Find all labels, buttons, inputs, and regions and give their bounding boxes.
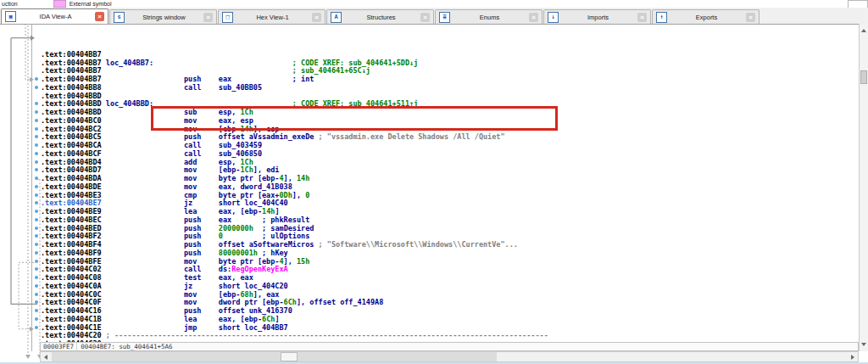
tab-close-icon[interactable]: × [95, 12, 104, 21]
tab-close-icon[interactable]: × [746, 13, 755, 22]
tab-label: Imports [559, 14, 637, 21]
scroll-right-icon[interactable] [848, 352, 858, 361]
status-file-offset: 00003FE7 [41, 343, 77, 350]
disassembly-view[interactable]: .text:00404BB7.text:00404BB7 loc_404BB7:… [0, 24, 859, 343]
tab-ida-view-a[interactable]: ▣IDA View-A× [1, 8, 108, 24]
disasm-line[interactable]: .text:00404BBD [0, 92, 859, 100]
external-symbol-swatch [53, 0, 66, 8]
color-legend-bar: uction External symbol [0, 0, 868, 8]
tab-structures[interactable]: AStructures× [326, 9, 434, 24]
horizontal-scrollbar-thumb[interactable] [281, 352, 298, 361]
disasm-line[interactable]: .text:00404BDA mov byte ptr [ebp-4], 14h [0, 174, 859, 182]
tab-imports[interactable]: ↓Imports× [543, 9, 651, 24]
disasm-line[interactable]: .text:00404C20 ; -----------------------… [0, 332, 859, 340]
tab-close-icon[interactable]: × [529, 13, 538, 22]
vertical-scrollbar-thumb[interactable] [860, 70, 867, 84]
tab-label: Hex View-1 [233, 14, 312, 21]
status-bar: 00003FE7 00404BE7: sub_404641+5A6 [40, 342, 859, 351]
scroll-left-icon[interactable] [41, 352, 51, 361]
disasm-line[interactable]: .text:00404C02 call ds:RegOpenKeyExA [0, 266, 859, 274]
tab-label: Structures [342, 14, 420, 21]
tab-exports[interactable]: ↑Exports× [652, 9, 760, 24]
legend-external-symbol-label: External symbol [70, 1, 112, 7]
tab-bar: ▣IDA View-A×sStrings window×□Hex View-1×… [0, 8, 868, 25]
disasm-line[interactable]: .text:00404BD4 add esp, 1Ch [0, 158, 859, 166]
disasm-line[interactable]: .text:00404C08 test eax, eax [0, 273, 859, 282]
tab-close-icon[interactable]: × [420, 13, 430, 22]
disasm-line[interactable]: .text:00404BB7 [0, 50, 859, 59]
status-current-address: 00404BE7: sub_404641+5A6 [77, 343, 175, 350]
disasm-line[interactable]: .text:00404C1B lea eax, [ebp-6Ch] [0, 315, 859, 323]
tab-label: IDA View-A [16, 13, 95, 20]
disasm-line[interactable]: .text:00404BDE mov eax, dword_41B038 [0, 182, 859, 191]
jump-arrows-gutter [0, 24, 42, 362]
vertical-scrollbar[interactable] [859, 24, 868, 351]
disasm-line[interactable]: .text:00404BF9 push 80000001h ; hKey [0, 249, 859, 257]
disasm-line[interactable]: .text:00404BCA call sub_403459 [0, 141, 859, 149]
disasm-line[interactable]: .text:00404BE3 cmp byte ptr [eax+0Dh], 0 [0, 191, 859, 199]
structures-icon: A [331, 12, 342, 23]
disasm-line[interactable]: .text:00404BB7 push eax ; int [0, 75, 859, 83]
disasm-line[interactable]: .text:00404BFE mov byte ptr [ebp-4], 15h [0, 257, 859, 266]
tab-label: Strings window [125, 14, 203, 21]
scroll-down-icon[interactable] [860, 339, 868, 350]
disasm-line[interactable]: .text:00404C0F mov dword ptr [ebp-6Ch], … [0, 299, 859, 307]
ida-view-a-icon: ▣ [5, 11, 16, 22]
highlight-annotation-box [151, 106, 558, 131]
scroll-up-icon[interactable] [860, 25, 868, 36]
disasm-line[interactable]: .text:00404BED push 2000000h ; samDesire… [0, 224, 859, 232]
disasm-line[interactable]: .text:00404C16 push offset unk_416370 [0, 306, 859, 315]
tab-hex-view-1[interactable]: □Hex View-1× [218, 9, 326, 24]
disassembly-code: .text:00404BB7.text:00404BB7 loc_404BB7:… [0, 50, 859, 343]
tab-strings-window[interactable]: sStrings window× [109, 9, 217, 24]
strings-window-icon: s [114, 12, 125, 23]
tab-label: Exports [667, 14, 746, 21]
disasm-line[interactable]: .text:00404BB8 call sub_40BB05 [0, 83, 859, 92]
horizontal-scrollbar-band [52, 352, 497, 361]
disasm-line[interactable]: .text:00404C1E jmp short loc_404BB7 [0, 323, 859, 332]
imports-icon: ↓ [548, 12, 559, 23]
disasm-line[interactable]: .text:00404BE7 jz short loc_404C40 [0, 199, 859, 208]
legend-partial-text: uction [2, 1, 18, 7]
disasm-line[interactable]: .text:00404BC5 push offset aVssadmin_exe… [0, 133, 859, 142]
hex-view-1-icon: □ [222, 12, 233, 23]
disasm-line[interactable]: .text:00404C0A jz short loc_404C20 [0, 282, 859, 290]
horizontal-scrollbar[interactable] [40, 351, 859, 362]
disasm-line[interactable]: .text:00404BF4 push offset aSoftwareMicr… [0, 240, 859, 249]
tab-close-icon[interactable]: × [637, 13, 647, 22]
disasm-line[interactable]: .text:00404BB7 ; sub_404641+65C↓j [0, 67, 859, 76]
enums-icon: ≣ [439, 12, 450, 23]
disasm-line[interactable]: .text:00404BB7 loc_404BB7: ; CODE XREF: … [0, 59, 859, 67]
disasm-line[interactable]: .text:00404C0C mov [ebp-68h], eax [0, 290, 859, 299]
disasm-line[interactable]: .text:00404BEC push eax ; phkResult [0, 216, 859, 224]
disasm-line[interactable]: .text:00404BE9 lea eax, [ebp-14h] [0, 207, 859, 216]
tab-close-icon[interactable]: × [312, 13, 321, 22]
disasm-line[interactable]: .text:00404BD7 mov [ebp-1Ch], edi [0, 166, 859, 175]
tab-label: Enums [450, 14, 529, 21]
tab-close-icon[interactable]: × [203, 13, 213, 22]
disasm-line[interactable]: .text:00404BF2 push 0 ; ulOptions [0, 232, 859, 241]
disasm-line[interactable]: .text:00404BCF call sub_406850 [0, 149, 859, 158]
exports-icon: ↑ [656, 12, 667, 23]
tab-enums[interactable]: ≣Enums× [435, 9, 542, 24]
